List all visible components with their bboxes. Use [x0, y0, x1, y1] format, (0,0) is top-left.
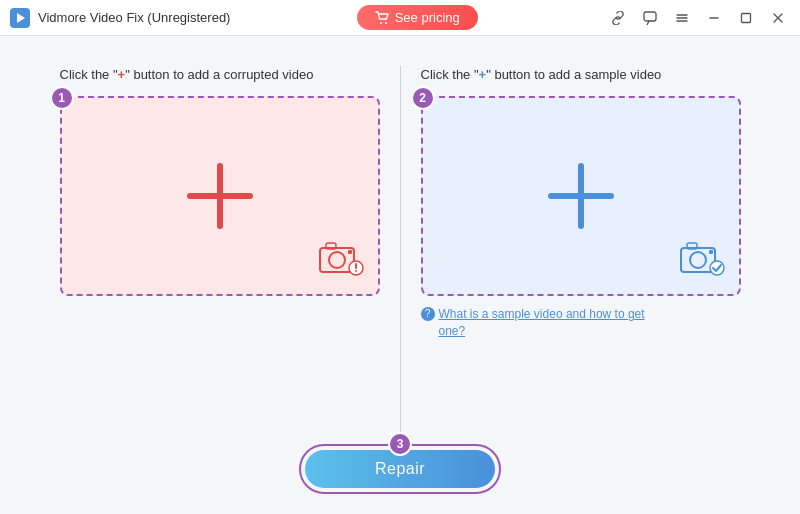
- svg-point-20: [355, 270, 357, 272]
- corrupted-panel-instruction: Click the "+" button to add a corrupted …: [60, 66, 314, 84]
- maximize-button[interactable]: [732, 4, 760, 32]
- svg-point-24: [690, 252, 706, 268]
- close-icon: [772, 12, 784, 24]
- add-sample-icon: [546, 161, 616, 231]
- corrupted-camera-icon: [318, 240, 364, 280]
- corrupted-video-panel: Click the "+" button to add a corrupted …: [60, 66, 380, 296]
- svg-rect-4: [644, 12, 656, 21]
- sample-video-dropzone[interactable]: 2: [421, 96, 741, 296]
- minimize-icon: [708, 12, 720, 24]
- see-pricing-label: See pricing: [395, 10, 460, 25]
- repair-button-wrapper: 3 Repair: [299, 444, 501, 494]
- close-button[interactable]: [764, 4, 792, 32]
- titlebar-title: Vidmore Video Fix (Unregistered): [38, 10, 230, 25]
- titlebar-center: See pricing: [230, 5, 604, 30]
- svg-rect-9: [742, 13, 751, 22]
- repair-section: 3 Repair: [40, 444, 760, 494]
- chat-icon: [643, 11, 657, 25]
- help-icon: ?: [421, 307, 435, 321]
- panels: Click the "+" button to add a corrupted …: [40, 66, 760, 434]
- panel-divider: [400, 66, 401, 434]
- svg-rect-17: [348, 250, 352, 254]
- main-content: Click the "+" button to add a corrupted …: [0, 36, 800, 514]
- svg-rect-26: [709, 250, 713, 254]
- step-badge-3: 3: [388, 432, 412, 456]
- cart-icon: [375, 11, 389, 25]
- minimize-button[interactable]: [700, 4, 728, 32]
- plus-text-right: +: [479, 67, 487, 82]
- plus-text-left: +: [118, 67, 126, 82]
- menu-icon-button[interactable]: [668, 4, 696, 32]
- see-pricing-button[interactable]: See pricing: [357, 5, 478, 30]
- menu-icon: [675, 11, 689, 25]
- corrupted-video-dropzone[interactable]: 1: [60, 96, 380, 296]
- help-link[interactable]: ? What is a sample video and how to get …: [421, 306, 661, 340]
- sample-camera-icon: [679, 240, 725, 280]
- titlebar-right: [604, 4, 792, 32]
- step-badge-1: 1: [50, 86, 74, 110]
- titlebar-left: Vidmore Video Fix (Unregistered): [10, 8, 230, 28]
- sample-panel-instruction: Click the "+" button to add a sample vid…: [421, 66, 662, 84]
- titlebar: Vidmore Video Fix (Unregistered) See pri…: [0, 0, 800, 36]
- link-icon: [611, 11, 625, 25]
- svg-point-3: [385, 22, 387, 24]
- step-badge-2: 2: [411, 86, 435, 110]
- maximize-icon: [740, 12, 752, 24]
- add-corrupted-icon: [185, 161, 255, 231]
- svg-point-15: [329, 252, 345, 268]
- app-logo: [10, 8, 30, 28]
- svg-point-2: [380, 22, 382, 24]
- sample-video-panel: Click the "+" button to add a sample vid…: [421, 66, 741, 340]
- chat-icon-button[interactable]: [636, 4, 664, 32]
- link-icon-button[interactable]: [604, 4, 632, 32]
- help-link-text: What is a sample video and how to get on…: [439, 306, 661, 340]
